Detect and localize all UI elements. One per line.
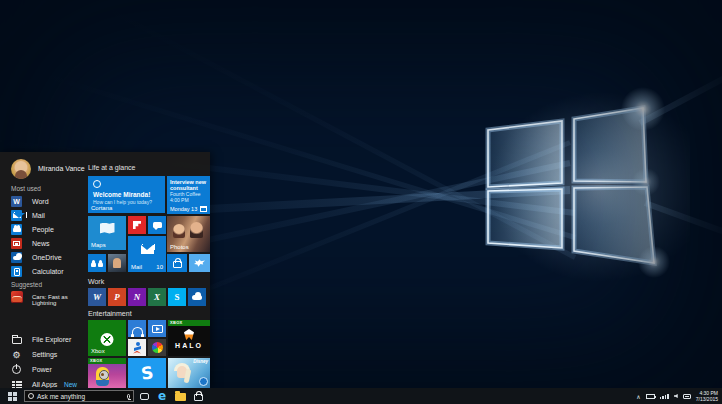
halo-emblem-icon [184,329,194,340]
battery-icon[interactable] [646,394,655,399]
tile-health-fitness[interactable] [128,339,146,356]
sidebar-item-label: News [32,240,50,247]
network-icon[interactable] [660,394,669,399]
movies-tv-icon [152,325,163,333]
new-badge: New [64,381,77,388]
sidebar-item-file-explorer[interactable]: File Explorer [0,334,86,348]
store-icon [194,394,203,401]
search-box[interactable]: Ask me anything [24,390,134,402]
tile-flipboard[interactable] [128,216,146,234]
minion-character-body [96,380,109,386]
sidebar-item-cars-game[interactable]: Cars: Fast as Lightning [0,291,86,306]
tile-shazam[interactable]: S [128,358,166,388]
word-icon: W [11,196,22,207]
twitter-icon [194,259,205,268]
headphones-icon [132,327,143,335]
tile-calendar[interactable]: Interview new consultant Fourth Coffee 4… [167,176,210,214]
taskbar-clock[interactable]: 4:30 PM 7/13/2015 [696,390,718,402]
mail-icon [11,210,22,221]
disney-logo: Disney [193,359,208,364]
tile-movies-tv[interactable] [148,320,166,337]
sidebar-item-people[interactable]: People [0,224,86,237]
windows-desktop: Miranda Vance Most used W Word Mail Peop… [0,0,722,404]
calendar-event-time: 4:00 PM [170,197,189,203]
user-avatar[interactable] [11,159,31,179]
sidebar-item-news[interactable]: News [0,238,86,251]
gear-icon: ⚙ [11,349,22,360]
tile-frozen[interactable]: Disney [168,358,210,388]
sidebar-item-calculator[interactable]: Calculator [0,266,86,279]
tile-messaging[interactable] [148,216,166,234]
tile-contact-photo[interactable] [108,254,126,272]
tile-label: Photos [170,244,189,250]
user-name[interactable]: Miranda Vance [38,165,85,172]
search-placeholder: Ask me anything [37,393,124,400]
tile-xbox[interactable]: Xbox [88,320,126,356]
tile-mail[interactable]: Mail 10 [128,236,166,272]
sidebar-item-settings[interactable]: ⚙ Settings [0,349,86,363]
people-icon [91,259,103,267]
tile-powerpoint[interactable]: P [108,288,126,306]
calendar-date: Monday 13 [170,206,197,212]
sidebar-item-label: People [32,226,54,233]
tile-groove-music[interactable] [128,320,146,337]
cortana-circle-icon [28,393,34,399]
halo-title: HALO [168,342,210,349]
word-icon: W [93,292,101,302]
tile-photos[interactable]: Photos [167,216,210,252]
calendar-icon [200,206,207,212]
tile-color-wheel-app[interactable] [148,339,166,356]
microphone-icon[interactable] [127,394,130,399]
sidebar-item-label: Mail [32,212,45,219]
xbox-header: XBOX [168,320,210,326]
color-wheel-icon [152,342,163,353]
sidebar-item-label: Calculator [32,268,64,275]
suggested-header: Suggested [11,281,42,288]
edge-button[interactable]: e [154,388,170,404]
tile-cortana[interactable]: Welcome Miranda! How can I help you toda… [88,176,165,213]
sidebar-item-label: Word [32,198,49,205]
cars-game-icon [11,291,23,303]
news-icon [11,238,22,249]
store-button[interactable] [190,388,206,404]
tile-excel[interactable]: X [148,288,166,306]
tile-minions-game[interactable]: XBOX [88,358,126,388]
people-icon [11,224,22,235]
tile-onedrive[interactable] [188,288,206,306]
tile-maps[interactable]: Maps [88,216,126,250]
calendar-event-title: Interview new consultant [170,179,207,191]
tile-skype[interactable]: S [168,288,186,306]
sidebar-item-label: Settings [32,351,57,358]
tile-twitter[interactable] [189,254,210,272]
sidebar-item-mail[interactable]: Mail [0,210,86,223]
file-explorer-button[interactable] [172,388,188,404]
tile-word[interactable]: W [88,288,106,306]
tile-label: Xbox [91,348,105,354]
tile-onenote[interactable]: N [128,288,146,306]
sidebar-item-onedrive[interactable]: OneDrive [0,252,86,265]
cortana-greeting: Welcome Miranda! [93,191,150,198]
clock-date: 7/13/2015 [696,396,718,402]
store-icon [173,261,182,268]
tile-halo[interactable]: XBOX HALO [168,320,210,356]
mail-unread-badge: 10 [156,264,163,270]
task-view-button[interactable] [136,388,152,404]
tray-expand-icon[interactable]: ∧ [636,393,640,400]
tile-store[interactable] [167,254,187,272]
calculator-icon [11,266,22,277]
sidebar-item-power[interactable]: Power [0,364,86,378]
start-menu-tiles: Life at a glance Welcome Miranda! How ca… [88,152,210,388]
sidebar-item-word[interactable]: W Word [0,196,86,209]
most-used-header: Most used [11,185,41,192]
flipboard-icon [133,221,141,229]
tile-people[interactable] [88,254,106,272]
sidebar-item-label: Cars: Fast as Lightning [32,294,86,306]
excel-icon: X [154,292,160,302]
volume-icon[interactable] [674,394,678,398]
xbox-header: XBOX [88,358,126,364]
touch-keyboard-icon[interactable] [683,394,691,399]
powerpoint-icon: P [114,292,120,302]
start-button[interactable] [0,388,24,404]
xbox-icon [101,333,114,346]
map-icon [100,223,115,234]
